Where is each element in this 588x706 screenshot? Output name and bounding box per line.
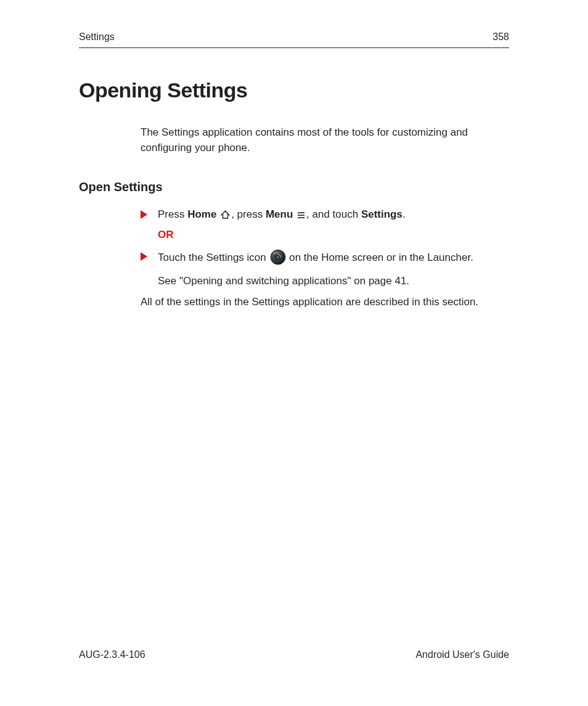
text: Touch the Settings icon: [158, 252, 269, 263]
closing-paragraph: All of the settings in the Settings appl…: [141, 295, 509, 310]
header-page-number: 358: [492, 30, 509, 44]
home-icon: [220, 209, 231, 224]
footer-doc-title: Android User's Guide: [415, 647, 509, 662]
page-footer: AUG-2.3.4-106 Android User's Guide: [79, 647, 509, 662]
or-label: OR: [158, 228, 509, 243]
svg-point-5: [277, 256, 279, 258]
text: , and touch: [306, 208, 361, 220]
menu-icon: [296, 209, 306, 224]
text: , press: [231, 208, 266, 220]
page-header: Settings 358: [79, 30, 509, 48]
menu-label: Menu: [266, 208, 293, 220]
steps-block: Press Home , press Menu , and touch Sett…: [141, 207, 509, 289]
settings-label: Settings: [361, 208, 402, 220]
page-title: Opening Settings: [79, 75, 509, 105]
text: Press: [158, 208, 187, 220]
step-2: Touch the Settings icon on the Home scre…: [141, 249, 509, 289]
step-2-line-1: Touch the Settings icon on the Home scre…: [158, 249, 509, 270]
step-2-line-2: See "Opening and switching applications"…: [158, 274, 509, 289]
step-1-line: Press Home , press Menu , and touch Sett…: [158, 207, 509, 224]
text: .: [402, 208, 406, 220]
home-label: Home: [187, 208, 216, 220]
footer-doc-id: AUG-2.3.4-106: [79, 647, 145, 662]
sub-heading: Open Settings: [79, 178, 509, 196]
settings-app-icon: [270, 249, 286, 270]
intro-paragraph: The Settings application contains most o…: [141, 125, 509, 155]
triangle-bullet-icon: [141, 210, 147, 219]
triangle-bullet-icon: [141, 252, 147, 261]
text: on the Home screen or in the Launcher.: [287, 252, 473, 263]
header-section: Settings: [79, 30, 115, 44]
step-1: Press Home , press Menu , and touch Sett…: [141, 207, 509, 243]
svg-point-6: [273, 252, 279, 254]
